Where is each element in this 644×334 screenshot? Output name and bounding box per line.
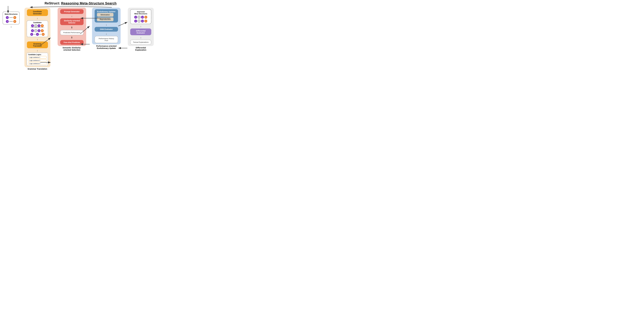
c2-b2: B [41,29,44,32]
differential-evaluator-box: Differential Evaluator [130,28,151,35]
col4-wrapper: ImprovedMeta-Structures U B U B U O U B … [124,8,158,51]
imp-u4: U [141,20,144,22]
c2-u2: U [38,29,40,32]
improved-meta-label: ImprovedMeta-Structures [134,11,147,15]
col1-wrapper: Candidate Generator ↓ Candidates U B U B [21,8,54,70]
imp-u3: U [134,20,137,22]
col1-label: Grammar Translation [28,68,47,70]
evo-inner: Elimination Reproduction [97,13,114,21]
node-u2: U [6,20,9,23]
arrow-pp-fsp: ⇕ [71,36,73,39]
main-title: ReStruct: Reasoning Meta-Structure Searc… [2,1,158,5]
col4-panel: ImprovedMeta-Structures U B U B U O U B … [128,8,154,46]
performance-history-box: Performance History Pool [94,36,118,43]
logic-sentence-2: Logic sentence 2 [28,59,47,62]
col4-label: DifferentialExplanation [135,46,146,51]
arrow-ss-pp-bidirectional: ⇕ [71,26,73,29]
node-b1: B [14,16,16,19]
col3-panel: Evolutionary Updater Elimination Reprodu… [92,8,120,44]
elimination-box: Elimination [97,13,114,17]
col3-wrapper: Evolutionary Updater Elimination Reprodu… [90,8,123,49]
textual-explanations-box: Textual Explanations [130,40,151,45]
arrow-gnn-php: ↓ [106,33,107,35]
candidate-row-1: U B U B [31,24,44,27]
meta-left: Meta-Structures U B U B ↓ [2,12,20,28]
line-1 [9,18,13,18]
meta-row-2: U B [6,20,16,23]
arrow-eu-gnn: ↓ [106,24,107,26]
arrow-candidates-grammar: ↓ [37,38,38,40]
candidate-row-2: U O U B [31,29,44,32]
imp-b3: B [144,20,147,22]
candidate-logics-box: Candidate Logics Logic sentence 1 Logic … [27,53,48,66]
similarity-selector-box: Similarity-oriented Selector [60,18,84,25]
arrow-meta-diff: ↓ [140,25,142,28]
c3-b2: B [42,33,44,36]
col2-wrapper: Prompt Generator ↓ Similarity-oriented S… [55,8,88,51]
arrow-cg-candidates: ↓ [37,17,38,19]
gnn-evaluator-box: GNN Evaluator [94,27,118,32]
col2-label: Semantic Similarity-oriented Selection [62,46,81,51]
col3-label: Performance-orientedEvolutionary Update [96,45,116,49]
imp-row-1: U B U B [134,16,147,18]
diagram-container: ReStruct: Reasoning Meta-Structure Searc… [0,0,161,72]
c2-u1: U [31,29,34,32]
improved-meta-box: ImprovedMeta-Structures U B U B U O U B [130,9,151,24]
arrow-diff-text: ↓ [140,36,142,38]
prompt-generator-box: Prompt Generator [60,9,84,14]
reproduction-box: Reproduction [97,18,114,21]
evolutionary-updater-box: Evolutionary Updater Elimination Reprodu… [94,9,118,22]
line-2 [9,21,13,22]
arrow-pg-ss: ↓ [71,15,72,17]
predicted-performance-box: Predicted Performance [60,30,84,35]
node-u1: U [6,16,9,19]
node-b2: B [14,20,16,23]
imp-o1: O [138,20,140,22]
meta-structures-box: Meta-Structures U B U B [2,12,20,24]
meta-structures-label: Meta-Structures [5,13,18,15]
c1-u2: U [38,24,40,27]
imp-b2: B [144,16,147,18]
c1-b1: B [34,24,37,27]
few-shot-predictor-box: Few-shot Predictor [60,40,84,45]
c3-u2: U [36,33,39,36]
candidates-title: Candidates [33,22,42,24]
imp-u2: U [141,16,144,18]
meta-row-1: U B [6,16,16,19]
logic-sentence-1: Logic sentence 1 [28,56,47,59]
col2-panel: Prompt Generator ↓ Similarity-oriented S… [58,8,86,46]
candidate-row-3: U U B [30,33,44,36]
candidates-box: Candidates U B U B U O U B [27,20,48,37]
imp-u1: U [134,16,137,18]
col1-panel: Candidate Generator ↓ Candidates U B U B [24,8,50,67]
imp-b1: B [138,16,140,18]
c1-u1: U [31,24,34,27]
logic-sentence-3: Logic sentence 3 [28,62,47,65]
candidate-generator-box: Candidate Generator [27,9,48,16]
c2-o1: O [34,29,37,32]
imp-row-2: U O U B [134,20,147,22]
arrow-grammar-logics: ↓ [37,49,38,52]
logic-title: Candidate Logics [28,54,47,56]
grammar-translator-box: Grammar Translator [27,42,48,48]
c3-u1: U [30,33,33,36]
c1-b2: B [41,24,44,27]
